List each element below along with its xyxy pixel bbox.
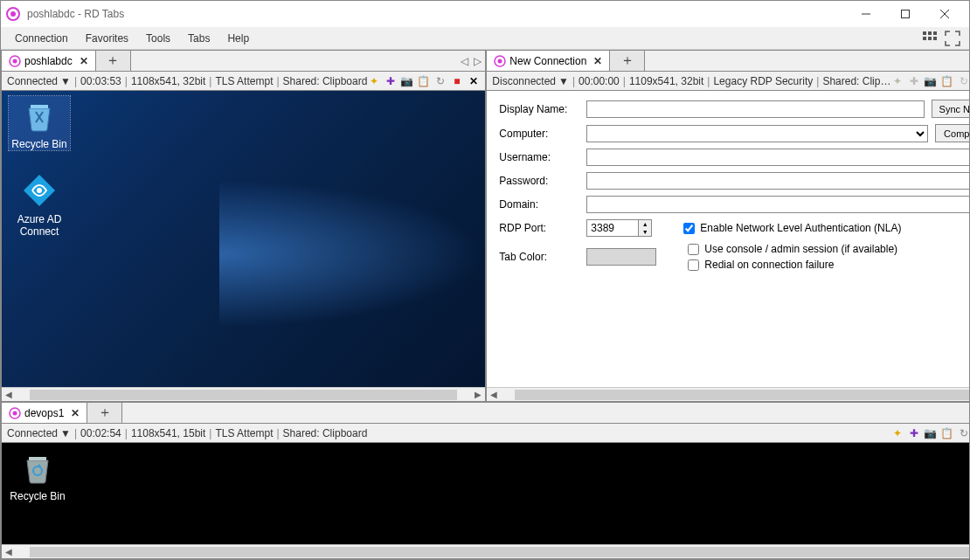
rdp-port-spinner[interactable]: ▲▼ bbox=[586, 219, 652, 237]
desktop-icon-azure-ad[interactable]: Azure AD Connect bbox=[9, 171, 70, 238]
tabstrip: New Connection ✕ ＋ ◁ ▷ bbox=[487, 51, 970, 72]
spin-up-icon[interactable]: ▲ bbox=[639, 220, 651, 228]
console-label: Use console / admin session (if availabl… bbox=[704, 243, 897, 255]
stop-icon[interactable]: ■ bbox=[450, 74, 463, 87]
fullscreen-icon[interactable] bbox=[945, 31, 960, 46]
computer-select[interactable] bbox=[586, 125, 928, 142]
clipboard-icon[interactable]: 📋 bbox=[417, 74, 430, 87]
chevron-down-icon[interactable]: ▼ bbox=[558, 75, 569, 87]
display-name-input[interactable] bbox=[586, 100, 924, 118]
reconnect-icon[interactable]: ↻ bbox=[957, 74, 970, 87]
chevron-down-icon[interactable]: ▼ bbox=[60, 75, 71, 87]
new-tab-button[interactable]: ＋ bbox=[87, 403, 122, 423]
remote-desktop-view[interactable]: Recycle Bin Azure AD Connect ◀▶ bbox=[2, 91, 485, 401]
connection-state[interactable]: Disconnected bbox=[492, 75, 556, 87]
close-button[interactable] bbox=[925, 1, 964, 27]
tab-poshlabdc[interactable]: poshlabdc ✕ bbox=[2, 51, 96, 71]
screenshot-icon[interactable]: 📷 bbox=[924, 74, 937, 87]
tabstrip: poshlabdc ✕ ＋ ◁ ▷ bbox=[2, 51, 485, 72]
menu-connection[interactable]: Connection bbox=[6, 30, 77, 47]
comp-info-button[interactable]: Comp Info bbox=[935, 124, 970, 142]
tab-color-picker[interactable] bbox=[586, 248, 656, 266]
connection-icon bbox=[9, 55, 21, 67]
desktop-icon-label: Azure AD Connect bbox=[17, 213, 62, 238]
reconnect-icon[interactable]: ↻ bbox=[433, 74, 447, 87]
scrollbar-horizontal[interactable]: ◀▶ bbox=[2, 387, 485, 401]
sync-name-button[interactable]: Sync Name bbox=[932, 100, 970, 118]
menu-favorites[interactable]: Favorites bbox=[77, 30, 137, 47]
nla-label: Enable Network Level Authentication (NLA… bbox=[700, 222, 901, 234]
tab-next-icon[interactable]: ▷ bbox=[474, 55, 482, 67]
scrollbar-horizontal[interactable]: ◀▶ bbox=[487, 387, 970, 401]
new-tab-button[interactable]: ＋ bbox=[96, 51, 131, 71]
resolution: 1108x541, 32bit bbox=[131, 75, 205, 87]
svg-point-20 bbox=[13, 411, 17, 415]
toolbar-icons: ✦ ✚ 📷 📋 ↻ ■ ✕ bbox=[890, 74, 970, 87]
connection-state[interactable]: Connected bbox=[7, 75, 58, 87]
desktop-icon-label: Recycle Bin bbox=[10, 490, 65, 502]
redial-checkbox-row[interactable]: Redial on connection failure bbox=[688, 259, 970, 271]
scrollbar-horizontal[interactable]: ◀▶ bbox=[2, 544, 970, 558]
shared-resources: Shared: Clipboard bbox=[283, 427, 368, 439]
redial-label: Redial on connection failure bbox=[704, 259, 834, 271]
clipboard-icon[interactable]: 📋 bbox=[940, 426, 953, 439]
redial-checkbox[interactable] bbox=[688, 259, 699, 271]
nla-checkbox-row[interactable]: Enable Network Level Authentication (NLA… bbox=[683, 222, 970, 234]
close-icon[interactable]: ✕ bbox=[71, 407, 80, 419]
username-label: Username: bbox=[499, 151, 579, 163]
statusbar: Disconnected▼ |00:00:00 |1109x541, 32bit… bbox=[487, 72, 970, 91]
maximize-button[interactable] bbox=[885, 1, 925, 27]
tab-prev-icon[interactable]: ◁ bbox=[461, 55, 468, 67]
close-icon[interactable]: ✕ bbox=[593, 55, 602, 67]
connection-state[interactable]: Connected bbox=[7, 427, 58, 439]
tab-new-connection[interactable]: New Connection ✕ bbox=[487, 51, 610, 71]
menu-tools[interactable]: Tools bbox=[137, 30, 179, 47]
tab-devops1[interactable]: devops1 ✕ bbox=[2, 403, 87, 423]
svg-rect-14 bbox=[31, 105, 48, 108]
svg-rect-8 bbox=[933, 31, 937, 35]
remote-desktop-view[interactable]: Recycle Bin ◀▶ bbox=[2, 443, 970, 558]
desktop-icon-recycle-bin[interactable]: Recycle Bin bbox=[9, 96, 70, 150]
connection-icon bbox=[494, 55, 506, 67]
app-icon bbox=[6, 7, 20, 21]
close-session-icon[interactable]: ✕ bbox=[467, 74, 480, 87]
shared-resources: Shared: Clipboard bbox=[283, 75, 368, 87]
username-input[interactable] bbox=[586, 149, 970, 166]
pin-icon[interactable]: ✚ bbox=[907, 426, 920, 439]
pin-icon[interactable]: ✚ bbox=[384, 74, 397, 87]
svg-rect-3 bbox=[901, 10, 909, 18]
menu-tabs[interactable]: Tabs bbox=[179, 30, 218, 47]
layout-grid-icon[interactable] bbox=[922, 31, 938, 46]
favorite-add-icon[interactable]: ✦ bbox=[890, 74, 904, 87]
resolution: 1109x541, 32bit bbox=[629, 75, 703, 87]
domain-label: Domain: bbox=[499, 198, 579, 211]
menubar: Connection Favorites Tools Tabs Help bbox=[1, 27, 969, 50]
tab-nav: ◁ ▷ bbox=[457, 51, 485, 71]
svg-point-16 bbox=[37, 188, 42, 193]
nla-checkbox[interactable] bbox=[683, 223, 695, 234]
window-title: poshlabdc - RD Tabs bbox=[27, 8, 846, 20]
close-icon[interactable]: ✕ bbox=[80, 55, 88, 67]
security-mode: TLS Attempt bbox=[215, 427, 273, 439]
favorite-add-icon[interactable]: ✦ bbox=[890, 426, 904, 439]
svg-point-1 bbox=[10, 11, 16, 17]
spin-down-icon[interactable]: ▼ bbox=[639, 228, 651, 236]
password-input[interactable] bbox=[586, 172, 970, 190]
favorite-add-icon[interactable]: ✦ bbox=[367, 74, 380, 87]
tab-color-label: Tab Color: bbox=[499, 251, 579, 263]
menu-help[interactable]: Help bbox=[218, 30, 258, 47]
rdp-port-input[interactable] bbox=[586, 219, 639, 237]
pin-icon[interactable]: ✚ bbox=[907, 74, 920, 87]
console-checkbox-row[interactable]: Use console / admin session (if availabl… bbox=[688, 243, 970, 255]
desktop-icon-recycle-bin[interactable]: Recycle Bin bbox=[7, 448, 68, 502]
svg-rect-11 bbox=[933, 37, 937, 40]
new-tab-button[interactable]: ＋ bbox=[610, 51, 645, 71]
domain-input[interactable] bbox=[586, 196, 970, 213]
chevron-down-icon[interactable]: ▼ bbox=[60, 427, 71, 439]
screenshot-icon[interactable]: 📷 bbox=[400, 74, 413, 87]
screenshot-icon[interactable]: 📷 bbox=[924, 426, 937, 439]
reconnect-icon[interactable]: ↻ bbox=[957, 426, 970, 439]
console-checkbox[interactable] bbox=[688, 244, 699, 255]
minimize-button[interactable] bbox=[846, 1, 885, 27]
clipboard-icon[interactable]: 📋 bbox=[940, 74, 953, 87]
